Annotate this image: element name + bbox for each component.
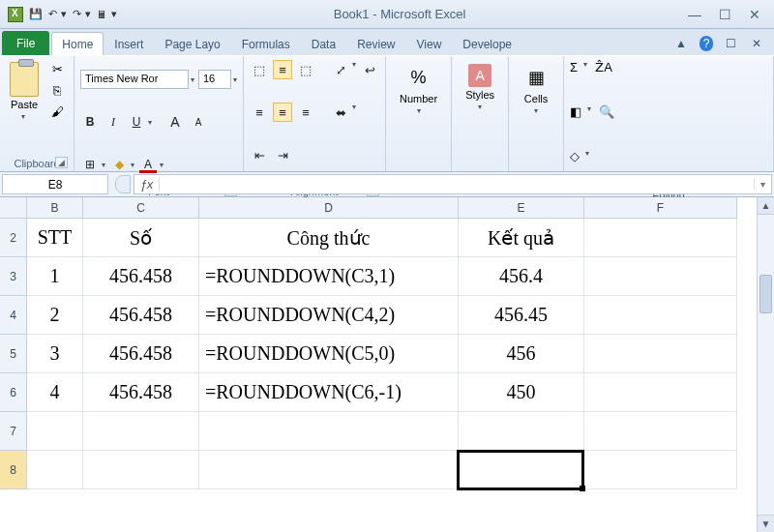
cell-b6[interactable]: 4 — [27, 373, 83, 412]
cell-b7[interactable] — [27, 412, 83, 451]
row-header-5[interactable]: 5 — [0, 335, 27, 373]
cell-d2[interactable]: Công thức — [199, 219, 459, 257]
align-center-button[interactable]: ≡ — [273, 103, 292, 122]
fill-menu-arrow[interactable]: ▾ — [587, 104, 591, 143]
cell-f2[interactable] — [584, 219, 737, 257]
tab-home[interactable]: Home — [51, 32, 104, 55]
row-header-4[interactable]: 4 — [0, 296, 27, 335]
fill-menu[interactable]: ▾ — [131, 161, 134, 169]
orientation-menu[interactable]: ▾ — [352, 60, 356, 99]
cell-d4[interactable]: =ROUNDDOWN(C4,2) — [199, 296, 459, 335]
align-top-button[interactable]: ⬚ — [250, 60, 269, 79]
align-middle-button[interactable]: ≡ — [273, 60, 292, 79]
minimize-ribbon-button[interactable]: ▲ — [672, 36, 690, 51]
format-painter-button[interactable]: 🖌 — [48, 104, 66, 122]
cell-d6[interactable]: =ROUNDDOWN(C6,-1) — [199, 373, 459, 412]
clipboard-dialog-launcher[interactable]: ◢ — [55, 157, 68, 168]
cell-d5[interactable]: =ROUNDDOWN(C5,0) — [199, 335, 459, 373]
cell-c5[interactable]: 456.458 — [83, 335, 199, 373]
styles-menu-arrow[interactable]: ▾ — [478, 103, 482, 111]
paste-button[interactable]: Paste ▾ — [6, 60, 43, 123]
qat-redo-menu[interactable]: ▾ — [85, 8, 91, 20]
row-header-8[interactable]: 8 — [0, 451, 27, 489]
cell-d3[interactable]: =ROUNDDOWN(C3,1) — [199, 257, 459, 296]
cell-b2[interactable]: STT — [27, 219, 83, 257]
align-right-button[interactable]: ≡ — [296, 103, 315, 122]
col-header-f[interactable]: F — [584, 197, 737, 219]
tab-data[interactable]: Data — [301, 32, 346, 55]
col-header-d[interactable]: D — [199, 197, 459, 219]
expand-formula-bar[interactable]: ▾ — [754, 179, 771, 190]
tab-review[interactable]: Review — [346, 32, 405, 55]
tab-file[interactable]: File — [2, 31, 49, 55]
cell-e4[interactable]: 456.45 — [459, 296, 584, 335]
qat-undo-menu[interactable]: ▾ — [61, 8, 67, 20]
select-all-corner[interactable] — [0, 197, 27, 219]
workbook-close-button[interactable]: ✕ — [749, 36, 764, 51]
cell-e3[interactable]: 456.4 — [459, 257, 584, 296]
tab-insert[interactable]: Insert — [104, 32, 154, 55]
border-button[interactable]: ⊞ — [80, 155, 100, 174]
cell-b5[interactable]: 3 — [27, 335, 83, 373]
underline-button[interactable]: U — [127, 112, 146, 132]
align-bottom-button[interactable]: ⬚ — [296, 60, 315, 79]
fx-icon[interactable]: ƒx — [134, 177, 160, 192]
cell-b3[interactable]: 1 — [27, 257, 83, 296]
formula-bar-handle[interactable] — [115, 175, 131, 193]
cell-f8[interactable] — [584, 451, 737, 489]
number-menu-arrow[interactable]: ▾ — [417, 106, 421, 115]
col-header-e[interactable]: E — [459, 197, 584, 219]
formula-input[interactable] — [160, 178, 754, 192]
col-header-b[interactable]: B — [27, 197, 83, 219]
sort-filter-button[interactable]: ẐA — [595, 60, 612, 99]
scroll-down-button[interactable]: ▼ — [758, 515, 774, 532]
qat-undo-icon[interactable]: ↶ — [48, 8, 57, 20]
cells-button[interactable]: ▦Cells▾ — [515, 60, 557, 156]
qat-calculator-icon[interactable]: 🖩 — [97, 9, 107, 20]
cell-e6[interactable]: 450 — [459, 373, 584, 412]
scroll-thumb[interactable] — [759, 275, 772, 313]
increase-indent-button[interactable]: ⇥ — [273, 145, 292, 164]
cells-menu-arrow[interactable]: ▾ — [534, 106, 538, 115]
row-header-3[interactable]: 3 — [0, 257, 27, 296]
maximize-button[interactable]: ☐ — [719, 7, 731, 22]
cells-area[interactable]: STT Số Công thức Kết quả 1 456.458 =ROUN… — [27, 219, 757, 532]
cell-c6[interactable]: 456.458 — [83, 373, 199, 412]
row-header-6[interactable]: 6 — [0, 373, 27, 412]
cell-e7[interactable] — [459, 412, 584, 451]
autosum-button[interactable]: Σ — [570, 60, 578, 99]
cell-f7[interactable] — [584, 412, 737, 451]
col-header-c[interactable]: C — [83, 197, 199, 219]
cell-f5[interactable] — [584, 335, 737, 373]
grow-font-button[interactable]: A — [165, 112, 185, 132]
row-header-2[interactable]: 2 — [0, 219, 27, 257]
cell-f6[interactable] — [584, 373, 737, 412]
fill-color-button[interactable]: ◆ — [109, 155, 129, 174]
font-color-button[interactable]: A — [138, 155, 158, 174]
paste-menu-arrow[interactable]: ▾ — [21, 112, 25, 121]
wrap-text-button[interactable]: ↩ — [360, 60, 379, 79]
cell-f3[interactable] — [584, 257, 737, 296]
qat-redo-icon[interactable]: ↷ — [73, 8, 81, 20]
cut-button[interactable]: ✂ — [48, 62, 66, 79]
merge-menu[interactable]: ▾ — [352, 103, 356, 141]
scroll-up-button[interactable]: ▲ — [758, 197, 774, 215]
copy-button[interactable]: ⎘ — [48, 83, 66, 101]
cell-c8[interactable] — [83, 451, 199, 489]
close-button[interactable]: ✕ — [749, 7, 760, 22]
cell-c4[interactable]: 456.458 — [83, 296, 199, 335]
font-name-arrow[interactable]: ▾ — [191, 75, 194, 84]
workbook-restore-button[interactable]: ☐ — [723, 36, 739, 51]
cell-f4[interactable] — [584, 296, 737, 335]
tab-formulas[interactable]: Formulas — [231, 32, 301, 55]
cell-c7[interactable] — [83, 412, 199, 451]
find-select-button[interactable]: 🔍 — [599, 104, 614, 143]
cell-d8[interactable] — [199, 451, 459, 489]
cell-d7[interactable] — [199, 412, 459, 451]
cell-e8[interactable] — [459, 451, 584, 489]
fill-button[interactable]: ◧ — [570, 104, 581, 143]
shrink-font-button[interactable]: A — [189, 112, 208, 132]
align-left-button[interactable]: ≡ — [250, 103, 269, 122]
row-header-7[interactable]: 7 — [0, 412, 27, 451]
font-name-combo[interactable]: Times New Ror — [80, 70, 189, 89]
